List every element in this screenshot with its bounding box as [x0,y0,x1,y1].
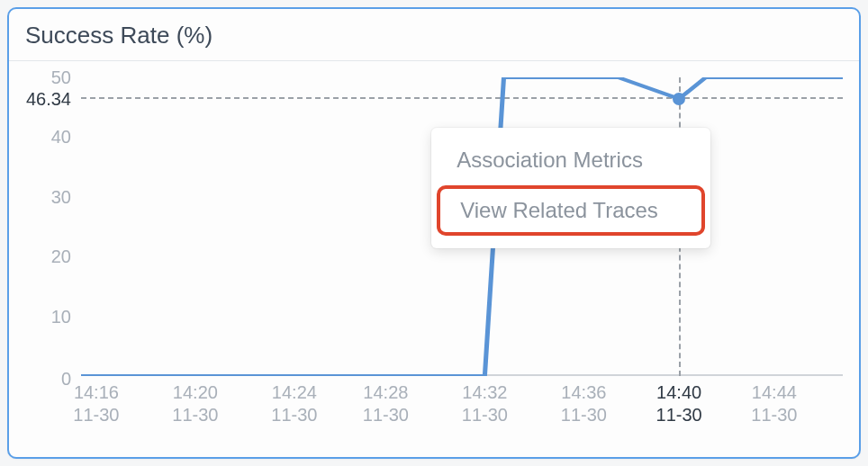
x-tick-time: 14:28 [363,381,409,404]
x-tick-date: 11-30 [561,404,607,426]
x-tick-time: 14:40 [656,381,702,404]
y-tick: 50 [51,67,71,88]
x-tick-time: 14:36 [561,381,607,404]
y-tick: 0 [61,369,71,390]
x-tick: 14:44 11-30 [751,381,797,426]
x-tick-time: 14:32 [462,381,508,404]
x-tick-date: 11-30 [363,404,409,426]
x-tick-time: 14:16 [73,381,119,404]
x-tick-date: 11-30 [462,404,508,426]
hover-marker [673,93,685,105]
x-tick: 14:16 11-30 [73,381,119,426]
y-tick: 30 [51,186,71,207]
x-tick: 14:24 11-30 [271,381,317,426]
y-tick: 10 [51,306,71,327]
x-tick-date: 11-30 [73,404,119,426]
x-tick-time: 14:24 [271,381,317,404]
x-tick: 14:36 11-30 [561,381,607,426]
chart-area[interactable]: 0 10 20 30 40 50 46.34 Association Metri… [9,61,859,439]
menu-item-view-related-traces[interactable]: View Related Traces [437,185,705,236]
x-tick-time: 14:44 [751,381,797,404]
x-tick-date: 11-30 [172,404,218,426]
menu-item-association-metrics[interactable]: Association Metrics [431,139,710,182]
hover-y-value: 46.34 [26,89,71,110]
x-tick-active: 14:40 11-30 [656,381,702,426]
x-tick: 14:20 11-30 [172,381,218,426]
y-axis: 0 10 20 30 40 50 46.34 [9,77,77,376]
y-tick: 20 [51,246,71,267]
x-tick-date: 11-30 [751,404,797,426]
y-tick: 40 [51,127,71,148]
x-tick-time: 14:20 [172,381,218,404]
x-tick: 14:32 11-30 [462,381,508,426]
chart-panel: Success Rate (%) 0 10 20 30 40 50 46.34 … [7,7,861,459]
chart-title: Success Rate (%) [9,9,859,60]
x-tick-date: 11-30 [656,404,702,426]
context-menu: Association Metrics View Related Traces [431,128,710,248]
x-tick: 14:28 11-30 [363,381,409,426]
x-axis: 14:16 11-30 14:20 11-30 14:24 11-30 14:2… [81,381,843,434]
plot-region[interactable]: Association Metrics View Related Traces [81,77,843,376]
x-tick-date: 11-30 [271,404,317,426]
